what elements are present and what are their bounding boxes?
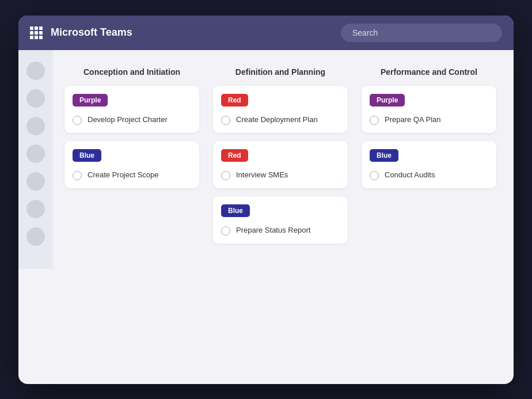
header: Microsoft Teams: [18, 16, 514, 50]
task-checkbox[interactable]: [370, 171, 379, 180]
app-title: Microsoft Teams: [51, 26, 333, 39]
task-label: Conduct Audits: [385, 170, 435, 180]
card-task: Conduct Audits: [370, 168, 488, 180]
sidebar-nav-dot[interactable]: [26, 200, 45, 218]
apps-grid-icon[interactable]: [30, 26, 43, 39]
card-task: Interview SMEs: [221, 168, 340, 180]
tag-blue: Blue: [73, 149, 101, 162]
task-checkbox[interactable]: [73, 171, 82, 180]
task-card[interactable]: Blue Create Project Scope: [64, 141, 199, 188]
column-definition-planning: Definition and Planning Red Create Deplo…: [213, 67, 348, 252]
card-task: Create Deployment Plan: [221, 112, 340, 125]
tag-red: Red: [221, 149, 248, 162]
card-task: Develop Project Charter: [73, 112, 191, 125]
tag-purple: Purple: [73, 94, 108, 107]
card-task: Create Project Scope: [73, 168, 191, 180]
task-card[interactable]: Purple Develop Project Charter: [64, 86, 199, 133]
main-content: Conception and Initiation Purple Develop…: [18, 50, 514, 269]
task-checkbox[interactable]: [221, 226, 230, 235]
task-label: Create Project Scope: [88, 170, 159, 180]
column-performance-control: Performance and Control Purple Prepare Q…: [362, 67, 496, 252]
board-area: Conception and Initiation Purple Develop…: [53, 50, 514, 269]
column-conception-initiation: Conception and Initiation Purple Develop…: [64, 67, 199, 252]
tag-blue: Blue: [221, 204, 250, 217]
columns-grid: Conception and Initiation Purple Develop…: [64, 67, 496, 252]
task-card[interactable]: Blue Conduct Audits: [362, 141, 496, 188]
tag-red: Red: [221, 94, 248, 107]
app-window: Microsoft Teams Conception and Initiatio…: [18, 16, 514, 384]
task-label: Prepare QA Plan: [385, 115, 441, 125]
sidebar-nav-dot[interactable]: [26, 62, 45, 80]
sidebar-nav-dot[interactable]: [26, 89, 45, 108]
task-label: Prepare Status Report: [236, 225, 310, 235]
card-task: Prepare QA Plan: [370, 112, 488, 125]
task-card[interactable]: Blue Prepare Status Report: [213, 196, 348, 244]
task-checkbox[interactable]: [221, 171, 230, 180]
task-card[interactable]: Red Interview SMEs: [213, 141, 348, 188]
task-label: Create Deployment Plan: [236, 115, 318, 125]
task-label: Develop Project Charter: [88, 115, 168, 125]
column-header: Definition and Planning: [213, 67, 348, 77]
task-card[interactable]: Red Create Deployment Plan: [213, 86, 348, 133]
task-label: Interview SMEs: [236, 170, 288, 180]
task-checkbox[interactable]: [73, 116, 82, 125]
column-header: Performance and Control: [362, 67, 496, 77]
sidebar-nav-dot[interactable]: [26, 172, 45, 191]
sidebar-nav-dot[interactable]: [26, 227, 45, 246]
sidebar-nav-dot[interactable]: [26, 145, 45, 163]
sidebar: [18, 50, 53, 269]
task-checkbox[interactable]: [370, 116, 379, 125]
tag-purple: Purple: [370, 94, 405, 107]
sidebar-nav-dot[interactable]: [26, 117, 45, 135]
card-task: Prepare Status Report: [221, 223, 340, 235]
tag-blue: Blue: [370, 149, 398, 162]
task-card[interactable]: Purple Prepare QA Plan: [362, 86, 496, 133]
column-header: Conception and Initiation: [64, 67, 199, 77]
task-checkbox[interactable]: [221, 116, 230, 125]
search-input[interactable]: [341, 24, 502, 42]
